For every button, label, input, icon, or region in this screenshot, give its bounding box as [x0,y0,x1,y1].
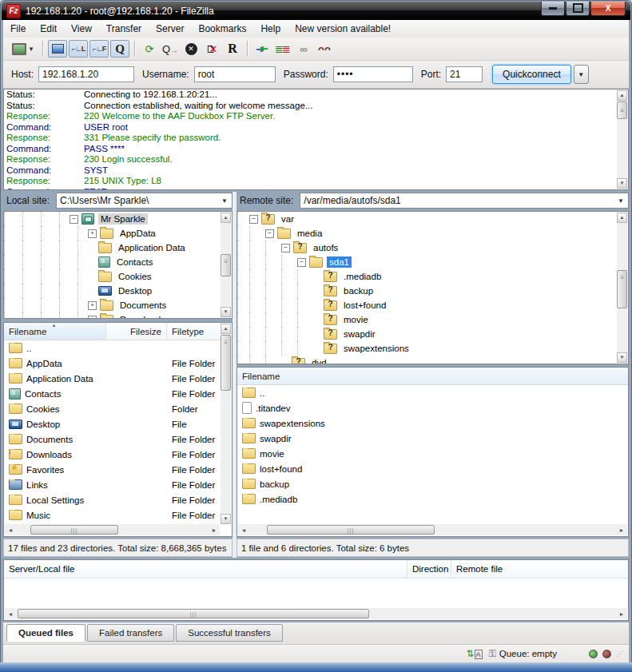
host-input[interactable]: 192.168.1.20 [38,66,134,82]
scroll-up-icon[interactable]: ▲ [617,90,627,101]
quickconnect-dropdown-button[interactable]: ▼ [574,65,589,84]
expand-icon[interactable]: + [88,301,97,310]
collapse-icon[interactable]: − [297,258,306,267]
file-row[interactable]: movie [237,446,628,461]
file-row[interactable]: Application DataFile Folder [4,371,232,386]
tree-item[interactable]: backup [237,284,628,298]
scroll-right-icon[interactable]: ► [616,524,627,535]
site-manager-button[interactable]: ▼ [9,40,38,58]
tree-item[interactable]: +Downloads [4,312,232,319]
scroll-up-icon[interactable]: ▲ [617,213,627,223]
comparison-mode-button[interactable]: ≣≣ [273,40,292,58]
log-scrollbar[interactable]: ▲▼ [617,90,627,189]
column-header-filesize[interactable]: Filesize [106,323,167,340]
port-input[interactable]: 21 [446,66,483,82]
collapse-icon[interactable]: − [265,229,274,238]
tree-item[interactable]: +Documents [4,298,232,312]
scroll-down-icon[interactable]: ▼ [221,514,231,524]
file-search-button[interactable]: ᴖᴖ [315,40,334,58]
quickconnect-button[interactable]: Quickconnect [492,65,571,84]
reconnect-button[interactable]: R [223,40,242,58]
tree-item[interactable]: lost+found [237,298,628,312]
scroll-down-icon[interactable]: ▼ [221,307,231,317]
tree-item[interactable]: Contacts [4,255,232,269]
scroll-down-icon[interactable]: ▼ [617,352,627,363]
file-row[interactable]: backup [237,476,628,491]
scroll-left-icon[interactable]: ◄ [5,524,16,535]
remote-file-list[interactable]: ▼ Filename .. .titandev swapextensions s… [237,367,629,537]
transfer-type-icon[interactable]: ⇅A [467,648,483,659]
tree-item[interactable]: dvd [237,356,628,364]
collapse-icon[interactable]: − [281,244,290,252]
local-treeview-toggle-button[interactable]: ⌐∟L [69,40,88,58]
remote-treeview-toggle-button[interactable]: ⌐∟F [89,40,109,58]
file-row[interactable]: DesktopFile [4,416,232,431]
remote-tree-panel[interactable]: −var −media −autofs −sda1 .mediadb backu… [237,211,629,364]
scroll-left-icon[interactable]: ◄ [5,608,16,619]
column-header-filename[interactable]: Filename [237,368,628,384]
tab-failed-transfers[interactable]: Failed transfers [87,624,174,642]
cancel-button[interactable]: ✕ [181,40,201,58]
menu-file[interactable]: File [3,21,33,37]
tree-item[interactable]: −var [237,212,628,226]
tree-item[interactable]: .mediadb [237,269,628,284]
tree-item[interactable]: Application Data [4,241,232,255]
file-row[interactable]: MusicFile Folder [4,507,232,523]
transfer-queue-panel[interactable]: Server/Local file Direction Remote file … [3,559,629,621]
file-row[interactable]: .. [4,340,232,356]
tree-item[interactable]: movie [237,312,628,327]
close-button[interactable]: X [590,2,626,16]
column-header-server-local-file[interactable]: Server/Local file [4,560,407,578]
tree-item[interactable]: swapdir [237,327,628,341]
disconnect-button[interactable]: 🗋✕ [202,40,221,58]
local-site-combo[interactable]: C:\Users\Mr Sparkle\▼ [56,193,233,209]
synchronized-browsing-button[interactable]: ∞ [294,40,313,58]
tab-successful-transfers[interactable]: Successful transfers [176,624,283,642]
remote-list-hscrollbar[interactable]: ◄► [238,524,627,535]
file-row[interactable]: .titandev [237,400,628,416]
column-header-filename[interactable]: ▲Filename [4,323,106,340]
tree-item[interactable]: −sda1 [237,255,628,269]
password-input[interactable]: •••• [333,66,413,82]
local-list-scrollbar[interactable]: ▲▼ [221,324,231,524]
file-row[interactable]: lost+found [237,461,628,476]
tree-item[interactable]: +AppData [4,226,232,241]
transfer-queue-toggle-button[interactable]: Q [110,40,129,58]
local-list-hscrollbar[interactable]: ◄► [5,524,220,535]
tree-item[interactable]: Desktop [4,284,232,298]
tree-item[interactable]: −autofs [237,241,628,255]
menu-view[interactable]: View [64,21,99,37]
local-tree-scrollbar[interactable]: ▲▼ [221,213,231,317]
file-row[interactable]: DocumentsFile Folder [4,431,232,447]
file-row[interactable]: LinksFile Folder [4,477,232,492]
file-row[interactable]: swapextensions [237,416,628,431]
queue-hscrollbar[interactable]: ◄► [5,608,627,619]
file-row[interactable]: DownloadsFile Folder [4,447,232,462]
menu-bookmarks[interactable]: Bookmarks [191,21,253,37]
expand-icon[interactable]: + [88,316,97,320]
scroll-up-icon[interactable]: ▲ [221,213,231,223]
collapse-icon[interactable]: − [249,215,258,224]
menu-transfer[interactable]: Transfer [99,21,149,37]
menu-server[interactable]: Server [149,21,191,37]
plug-icon[interactable]: ⚿ [489,648,496,659]
menu-edit[interactable]: Edit [33,21,64,37]
file-row[interactable]: .. [237,385,628,400]
column-header-direction[interactable]: Direction [407,560,451,578]
process-queue-button[interactable]: Q→ [161,40,180,58]
menu-new-version[interactable]: New version available! [288,21,398,37]
local-file-list[interactable]: ▲Filename Filesize Filetype .. AppDataFi… [3,322,233,537]
menu-help[interactable]: Help [253,21,288,37]
scroll-right-icon[interactable]: ► [616,608,627,619]
expand-icon[interactable]: + [88,229,97,238]
remote-tree-scrollbar[interactable]: ▲▼ [617,213,627,363]
tree-item[interactable]: swapextensions [237,341,628,356]
message-log-toggle-button[interactable] [48,40,67,58]
tree-item[interactable]: −media [237,226,628,241]
collapse-icon[interactable]: − [70,215,78,224]
tree-item[interactable]: Cookies [4,269,232,284]
file-row[interactable]: ContactsFile Folder [4,386,232,401]
file-row[interactable]: AppDataFile Folder [4,356,232,371]
file-row[interactable]: CookiesFolder [4,401,232,416]
file-row[interactable]: FavoritesFile Folder [4,462,232,477]
